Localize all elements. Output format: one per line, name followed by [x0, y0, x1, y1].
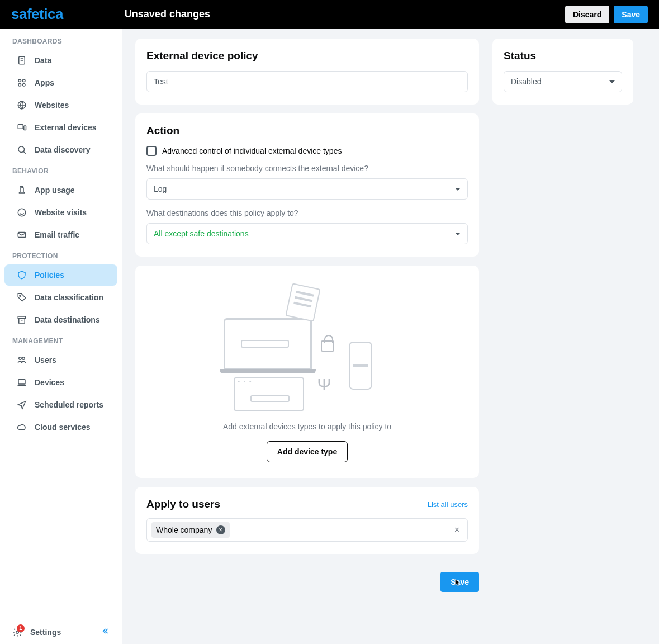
sidebar-item-label: Policies — [35, 271, 64, 280]
card-title: Action — [146, 125, 468, 137]
action-card: Action Advanced control of individual ex… — [135, 113, 479, 257]
tag-label: Whole company — [156, 525, 212, 534]
sidebar-item-label: Website visits — [35, 208, 87, 217]
sidebar-item-external-devices[interactable]: External devices — [4, 117, 117, 138]
sidebar-item-label: External devices — [35, 123, 97, 132]
svg-rect-10 — [24, 126, 26, 130]
sidebar-item-label: Scheduled reports — [35, 400, 103, 409]
select-value: Disabled — [511, 77, 541, 86]
sidebar-item-data-discovery[interactable]: Data discovery — [4, 139, 117, 160]
sidebar-item-data-classification[interactable]: Data classification — [4, 287, 117, 308]
sidebar-item-devices[interactable]: Devices — [4, 372, 117, 393]
add-device-type-button[interactable]: Add device type — [267, 441, 348, 462]
sidebar-item-websites[interactable]: Websites — [4, 94, 117, 116]
svg-rect-19 — [19, 319, 25, 323]
action-select[interactable]: Log — [146, 178, 468, 200]
advanced-control-checkbox[interactable] — [146, 146, 157, 156]
collapse-icon[interactable] — [101, 627, 110, 637]
sidebar-item-label: Apps — [35, 78, 54, 87]
header-actions: Discard Save — [565, 6, 648, 23]
sidebar-item-apps[interactable]: Apps — [4, 72, 117, 93]
empty-illustration: Ψ — [224, 286, 391, 409]
users-tag-input[interactable]: Whole company × — [146, 518, 468, 542]
svg-point-17 — [20, 295, 21, 296]
svg-rect-13 — [20, 188, 23, 192]
destinations-select[interactable]: All except safe destinations — [146, 223, 468, 244]
send-icon — [17, 400, 27, 410]
svg-line-12 — [23, 151, 26, 154]
svg-point-22 — [22, 357, 25, 360]
tag-icon — [17, 292, 27, 302]
laptop-icon — [17, 377, 27, 387]
chevron-down-icon — [455, 188, 461, 191]
devices-icon — [17, 122, 27, 132]
status-card: Status Disabled — [492, 39, 633, 105]
helper-text: What should happen if somebody connects … — [146, 164, 468, 173]
sidebar-section-management: MANAGEMENT — [0, 332, 122, 348]
cloud-icon — [17, 422, 27, 432]
policy-name-input[interactable] — [146, 71, 468, 92]
discard-button[interactable]: Discard — [565, 6, 609, 23]
svg-rect-23 — [18, 380, 25, 384]
sidebar-item-website-visits[interactable]: Website visits — [4, 202, 117, 223]
clear-input-icon[interactable]: × — [454, 525, 463, 535]
empty-text: Add external devices types to apply this… — [146, 422, 468, 431]
sidebar-item-policies[interactable]: Policies — [4, 264, 117, 286]
apply-users-card: Apply to users List all users Whole comp… — [135, 487, 479, 554]
sidebar-item-label: Email traffic — [35, 230, 79, 239]
list-all-users-link[interactable]: List all users — [428, 500, 468, 509]
svg-point-21 — [19, 357, 22, 360]
sidebar-item-label: Users — [35, 356, 56, 364]
shield-icon — [17, 270, 27, 280]
sidebar-item-cloud-services[interactable]: Cloud services — [4, 416, 117, 438]
sidebar-item-label: Data destinations — [35, 315, 100, 324]
sidebar-item-label: App usage — [35, 186, 75, 195]
sidebar-item-data[interactable]: Data — [4, 50, 117, 71]
sidebar-item-users[interactable]: Users — [4, 349, 117, 371]
svg-point-15 — [18, 209, 26, 216]
sidebar-item-data-destinations[interactable]: Data destinations — [4, 309, 117, 330]
svg-rect-14 — [20, 192, 25, 193]
save-button-footer[interactable]: Save — [440, 572, 479, 592]
sidebar-item-email-traffic[interactable]: Email traffic — [4, 224, 117, 245]
sidebar-item-settings[interactable]: 1 Settings — [0, 620, 122, 644]
sidebar-section-protection: PROTECTION — [0, 247, 122, 263]
sidebar-item-scheduled-reports[interactable]: Scheduled reports — [4, 394, 117, 415]
remove-tag-icon[interactable] — [216, 525, 225, 534]
sidebar-item-app-usage[interactable]: App usage — [4, 179, 117, 201]
sidebar-item-label: Websites — [35, 101, 69, 110]
advanced-control-row: Advanced control of individual external … — [146, 146, 468, 156]
policy-name-card: External device policy — [135, 39, 479, 105]
sidebar-item-label: Data classification — [35, 293, 103, 302]
cursor-icon — [454, 579, 462, 586]
app-header: safetica Unsaved changes Discard Save — [0, 0, 659, 29]
edge-icon — [17, 207, 27, 217]
svg-rect-9 — [18, 125, 23, 129]
chevron-down-icon — [609, 80, 615, 83]
chess-icon — [17, 185, 27, 195]
user-tag: Whole company — [151, 522, 230, 538]
card-title: External device policy — [146, 50, 468, 62]
mail-icon — [17, 230, 27, 240]
save-button[interactable]: Save — [614, 6, 648, 23]
card-title: Apply to users — [146, 498, 220, 510]
checkbox-label: Advanced control of individual external … — [162, 146, 342, 155]
apps-icon — [17, 78, 27, 88]
document-icon — [17, 55, 27, 65]
globe-icon — [17, 100, 27, 110]
notification-badge: 1 — [17, 624, 25, 632]
card-title: Status — [504, 50, 622, 62]
sidebar-item-label: Cloud services — [35, 423, 91, 432]
helper-text: What destinations does this policy apply… — [146, 209, 468, 217]
status-select[interactable]: Disabled — [504, 71, 622, 92]
chevron-down-icon — [455, 233, 461, 235]
logo: safetica — [11, 6, 63, 23]
sidebar-item-label: Settings — [30, 628, 61, 637]
sidebar-section-behavior: BEHAVIOR — [0, 162, 122, 178]
users-icon — [17, 355, 27, 365]
svg-point-6 — [23, 84, 26, 87]
select-value: All except safe destinations — [154, 229, 249, 238]
svg-point-4 — [23, 79, 26, 82]
sidebar: DASHBOARDS Data Apps Websites External d… — [0, 29, 122, 644]
main-content: External device policy Action Advanced c… — [122, 29, 659, 644]
